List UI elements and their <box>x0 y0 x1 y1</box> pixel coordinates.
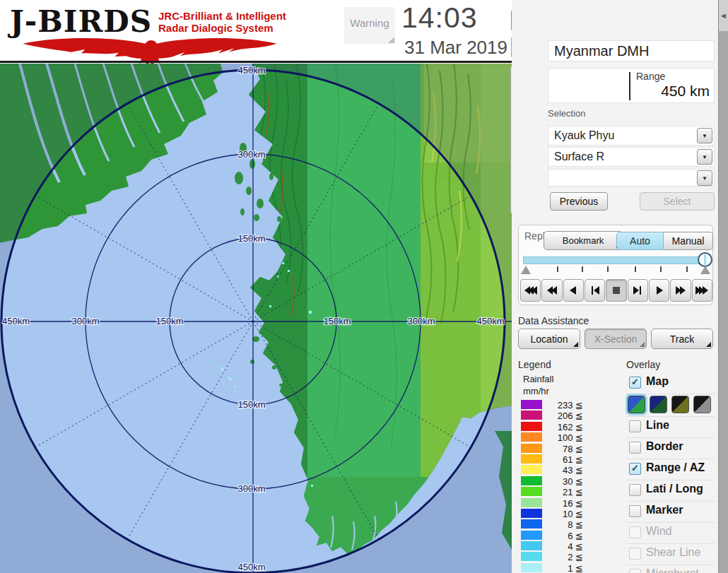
chevron-down-icon: ▼ <box>702 133 708 139</box>
unchecked-checkbox-icon[interactable] <box>629 420 641 432</box>
radar-map-canvas: 450km 300km 150km 150km 300km 450km 450k… <box>0 64 512 573</box>
overlay-item-line[interactable]: Line <box>626 417 715 438</box>
unchecked-checkbox-icon[interactable] <box>629 505 641 517</box>
panel-scrollbar[interactable]: ◄ <box>718 0 728 573</box>
overlay-label: Overlay <box>626 359 660 370</box>
product-dropdown-button[interactable]: ▼ <box>697 149 712 165</box>
station-dropdown[interactable]: Kyauk Phyu ▼ <box>548 126 715 146</box>
replay-slider-handle[interactable] <box>698 252 712 267</box>
option-dropdown-button[interactable]: ▼ <box>697 170 712 186</box>
legend-row: 30 ≦ <box>521 475 585 486</box>
map-style-swatch-3[interactable] <box>671 396 689 413</box>
rain-color-swatch <box>521 531 542 540</box>
step-forward-button[interactable] <box>628 279 648 302</box>
replay-progress-slider[interactable] <box>523 256 708 264</box>
rain-color-swatch <box>521 519 542 528</box>
map-style-swatch-4[interactable] <box>693 396 711 413</box>
station-dropdown-button[interactable]: ▼ <box>697 128 712 143</box>
map-style-swatch-2[interactable] <box>650 396 667 413</box>
play-button[interactable] <box>649 279 669 302</box>
range-ring-label: 450km <box>2 316 30 326</box>
slider-start-marker[interactable] <box>521 266 531 274</box>
rain-color-swatch <box>521 422 542 431</box>
play-reverse-button[interactable] <box>563 279 584 302</box>
unchecked-checkbox-icon[interactable] <box>629 484 641 496</box>
legend-value: 43 ≦ <box>544 465 583 475</box>
product-dropdown[interactable]: Surface R ▼ <box>548 147 715 167</box>
previous-button[interactable]: Previous <box>550 192 608 211</box>
overlay-item-map[interactable]: ✓Map <box>626 373 715 394</box>
track-button[interactable]: Track <box>651 329 713 349</box>
legend-row: 21 ≦ <box>521 486 585 497</box>
overlay-item-wind[interactable]: Wind <box>626 523 715 544</box>
bookmark-button[interactable]: Bookmark <box>544 231 623 250</box>
selection-label: Selection <box>548 108 585 119</box>
legend-unit-line1: Rainfall <box>523 374 553 384</box>
legend-rows: 233 ≦206 ≦162 ≦100 ≦78 ≦61 ≦43 ≦30 ≦21 ≦… <box>521 399 585 573</box>
step-back-icon <box>588 285 602 295</box>
legend-row: 2 ≦ <box>521 551 585 562</box>
fast-forward-3-button[interactable] <box>692 279 712 302</box>
step-back-button[interactable] <box>585 279 605 302</box>
resize-grip-icon[interactable] <box>388 37 394 43</box>
map-style-swatch-1[interactable] <box>628 396 645 413</box>
overlay-item-marker[interactable]: Marker <box>626 502 715 523</box>
checked-checkbox-icon[interactable]: ✓ <box>629 463 641 475</box>
rain-color-swatch <box>521 400 542 409</box>
legend-value: 61 ≦ <box>544 454 583 465</box>
legend-value: 1 ≦ <box>544 563 583 573</box>
slider-end-marker[interactable] <box>700 266 710 274</box>
collapse-panel-arrow-icon[interactable]: ◄ <box>720 11 727 20</box>
step-forward-icon <box>630 285 645 295</box>
overlay-item-lati-long[interactable]: Lati / Long <box>626 480 715 502</box>
rain-color-swatch <box>521 476 542 485</box>
radar-map[interactable]: 450km 300km 150km 150km 300km 450km 450k… <box>0 64 512 573</box>
legend-unit-line2: mm/hr <box>523 386 549 396</box>
overlay-item-shear-line[interactable]: Shear Line <box>626 544 715 565</box>
legend-value: 8 ≦ <box>544 519 583 530</box>
legend-label: Legend <box>518 359 551 370</box>
rain-color-swatch <box>521 410 542 420</box>
fast-rewind-3-button[interactable] <box>520 279 541 302</box>
range-value: 450 km <box>661 83 710 100</box>
manual-mode-button[interactable]: Manual <box>664 232 713 250</box>
overlay-item-label: Map <box>646 375 669 388</box>
unchecked-checkbox-icon[interactable] <box>629 442 641 454</box>
range-box: Range 450 km <box>548 68 715 103</box>
rain-color-swatch <box>521 454 542 463</box>
legend-row: 10 ≦ <box>521 508 585 519</box>
clock-time: 14:03 <box>401 1 478 35</box>
rain-color-swatch <box>521 563 542 572</box>
legend-row: 78 ≦ <box>521 443 585 454</box>
overlay-item-border[interactable]: Border <box>626 438 715 459</box>
overlay-item-label: Lati / Long <box>646 483 703 495</box>
location-button[interactable]: Location <box>518 329 580 349</box>
checked-checkbox-icon[interactable]: ✓ <box>629 377 641 389</box>
fast-forward-2-button[interactable] <box>670 279 691 302</box>
chevron-down-icon: ▼ <box>702 175 708 182</box>
select-button[interactable]: Select <box>640 192 715 211</box>
auto-mode-button[interactable]: Auto <box>616 232 664 250</box>
legend-row: 1 ≦ <box>521 562 585 573</box>
warning-box[interactable]: Warning <box>344 7 395 44</box>
legend-row: 4 ≦ <box>521 540 585 551</box>
stop-button[interactable] <box>606 279 626 302</box>
x-section-button[interactable]: X-Section <box>585 329 647 349</box>
overlay-item-range-az[interactable]: ✓Range / AZ <box>626 459 715 480</box>
range-ring-label: 450km <box>237 65 265 76</box>
range-ring-label: 300km <box>237 149 265 160</box>
menu-corner-icon <box>640 342 645 347</box>
data-assistance-label: Data Assistance <box>518 315 589 326</box>
fast-rewind-2-button[interactable] <box>541 279 562 302</box>
station-title: Myanmar DMH <box>548 40 715 61</box>
fast-rewind-2-icon <box>545 285 559 295</box>
overlay-item-microburst[interactable]: Microburst <box>626 565 715 573</box>
overlay-item-label: Range / AZ <box>646 461 705 474</box>
legend-row: 233 ≦ <box>521 399 585 410</box>
rain-color-swatch <box>521 552 542 561</box>
legend-value: 10 ≦ <box>544 509 583 519</box>
option-dropdown[interactable]: ▼ <box>548 169 715 187</box>
legend-value: 162 ≦ <box>544 422 583 432</box>
chevron-down-icon: ▼ <box>702 154 708 160</box>
rain-color-swatch <box>521 541 542 550</box>
